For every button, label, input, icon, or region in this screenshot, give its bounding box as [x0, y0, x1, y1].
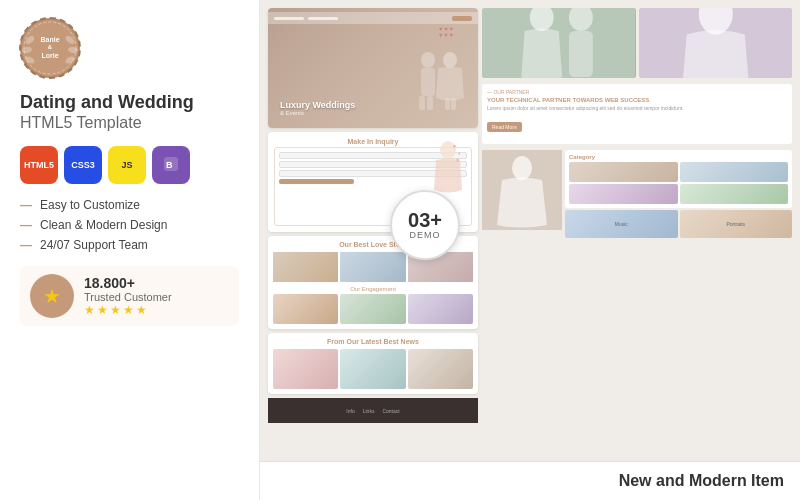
- footer-link-3: Contact: [382, 408, 399, 414]
- bs-label: B: [163, 156, 179, 174]
- footer-preview: Info Links Contact: [268, 398, 478, 423]
- tech-badges-row: HTML5 CSS3 JS B: [20, 146, 239, 184]
- demo-label: DEMO: [410, 230, 441, 240]
- trusted-section: ★ 18.800+ Trusted Customer ★ ★ ★ ★ ★: [20, 266, 239, 326]
- story-photo-overlay-2: [340, 252, 405, 282]
- svg-text:B: B: [166, 160, 173, 170]
- trusted-text-block: 18.800+ Trusted Customer ★ ★ ★ ★ ★: [84, 275, 172, 317]
- news-title: From Our Latest Best News: [273, 338, 473, 345]
- footer-link-2: Links: [363, 408, 375, 414]
- feature-item-2: Clean & Modern Design: [20, 218, 239, 232]
- news-item-1: [273, 349, 338, 389]
- top-photos-grid: [482, 8, 792, 78]
- cat-item-3: [569, 184, 678, 204]
- star-2: ★: [97, 303, 108, 317]
- footer-link-1: Info: [346, 408, 354, 414]
- trusted-label: Trusted Customer: [84, 291, 172, 303]
- story-item-1: [273, 252, 338, 282]
- sub-title: HTML5 Template: [20, 114, 239, 132]
- cat-item-2: [680, 162, 789, 182]
- mid-large-photo: [482, 150, 562, 230]
- music-portraits-row: Music Portraits: [565, 210, 792, 238]
- story-grid: [273, 252, 473, 282]
- svg-point-27: [512, 156, 532, 180]
- new-item-banner: New and Modern Item: [260, 461, 800, 500]
- svg-text:♥: ♥: [456, 157, 460, 163]
- feature-text-1: Easy to Customize: [40, 198, 140, 212]
- portraits-card: Portraits: [680, 210, 793, 238]
- feature-item-1: Easy to Customize: [20, 198, 239, 212]
- partner-title: YOUR TECHNICAL PARTNER TOWARDS WEB SUCCE…: [487, 97, 787, 103]
- news-grid: [273, 349, 473, 389]
- svg-text:♥: ♥: [458, 151, 461, 156]
- heart-decoration: ♥ ♥ ♥♥ ♥ ♥: [439, 26, 453, 38]
- svg-rect-15: [451, 98, 456, 110]
- feature-item-3: 24/07 Support Team: [20, 238, 239, 252]
- engagement-item-3: [408, 294, 473, 324]
- hero-text-block: Luxury Weddings & Events: [274, 86, 361, 122]
- mid-section: Category Music Portraits: [482, 150, 792, 238]
- engagement-item-2: [340, 294, 405, 324]
- preview-container: Luxury Weddings & Events: [260, 0, 800, 461]
- main-title: Dating and Wedding: [20, 92, 239, 114]
- cat-item-4: [680, 184, 789, 204]
- nav-links: [308, 17, 338, 20]
- bootstrap-badge: B: [152, 146, 190, 184]
- css3-badge: CSS3: [64, 146, 102, 184]
- logo-badge: Banie & Lorie: [20, 18, 80, 78]
- engagement-label: Our Engagement: [273, 286, 473, 292]
- star-3: ★: [110, 303, 121, 317]
- music-label: Music: [615, 221, 628, 227]
- js-badge: JS: [108, 146, 146, 184]
- star-5: ★: [136, 303, 147, 317]
- news-item-3: [408, 349, 473, 389]
- logo-area: Banie & Lorie: [20, 18, 239, 78]
- nav-logo: [274, 17, 304, 20]
- engagement-grid: [273, 294, 473, 324]
- feature-text-3: 24/07 Support Team: [40, 238, 148, 252]
- bride-photo-illustration: [639, 8, 793, 78]
- bride-photo-card: [639, 8, 793, 78]
- demo-badge: 03+ DEMO: [390, 190, 460, 260]
- cat-item-1: [569, 162, 678, 182]
- svg-point-9: [421, 52, 435, 68]
- star-1: ★: [84, 303, 95, 317]
- portraits-label: Portraits: [726, 221, 745, 227]
- new-item-text: New and Modern Item: [619, 472, 784, 490]
- hero-preview-card: Luxury Weddings & Events: [268, 8, 478, 128]
- features-list: Easy to Customize Clean & Modern Design …: [20, 198, 239, 252]
- title-block: Dating and Wedding HTML5 Template: [20, 92, 239, 132]
- star-icon: ★: [43, 284, 61, 308]
- svg-rect-11: [419, 96, 425, 110]
- wedding-dress-photo: [482, 150, 562, 230]
- right-panel: 03+ DEMO Luxury Weddings & Events: [260, 0, 800, 500]
- news-item-2: [340, 349, 405, 389]
- news-preview-card: From Our Latest Best News: [268, 333, 478, 394]
- mid-right-col: Category Music Portraits: [565, 150, 792, 238]
- trusted-count: 18.800+: [84, 275, 172, 291]
- partner-section: — OUR PARTNER YOUR TECHNICAL PARTNER TOW…: [482, 84, 792, 144]
- svg-rect-12: [427, 96, 433, 110]
- feature-text-2: Clean & Modern Design: [40, 218, 167, 232]
- demo-number: 03+: [408, 210, 442, 230]
- nav-bar: [268, 12, 478, 24]
- story-item-2: [340, 252, 405, 282]
- couple-photo-card: [482, 8, 636, 78]
- hero-title: Luxury Weddings: [280, 100, 355, 110]
- html5-badge: HTML5: [20, 146, 58, 184]
- category-title: Category: [569, 154, 788, 160]
- partner-button[interactable]: Read More: [487, 122, 522, 132]
- engagement-item-1: [273, 294, 338, 324]
- partner-description: Lorem ipsum dolor sit amet consectetur a…: [487, 105, 787, 112]
- couple-silhouette-icon: [408, 48, 468, 128]
- couple-photo-illustration: [482, 8, 636, 78]
- bootstrap-icon: B: [163, 156, 179, 172]
- category-card: Category: [565, 150, 792, 208]
- partner-subtitle: — OUR PARTNER: [487, 89, 787, 95]
- left-panel: Banie & Lorie Dating and Wedding HTML5 T…: [0, 0, 260, 500]
- star-4: ★: [123, 303, 134, 317]
- css3-label: CSS3: [71, 160, 95, 170]
- svg-point-0: [24, 22, 76, 74]
- hero-subtitle: & Events: [280, 110, 355, 116]
- svg-point-1: [24, 34, 36, 45]
